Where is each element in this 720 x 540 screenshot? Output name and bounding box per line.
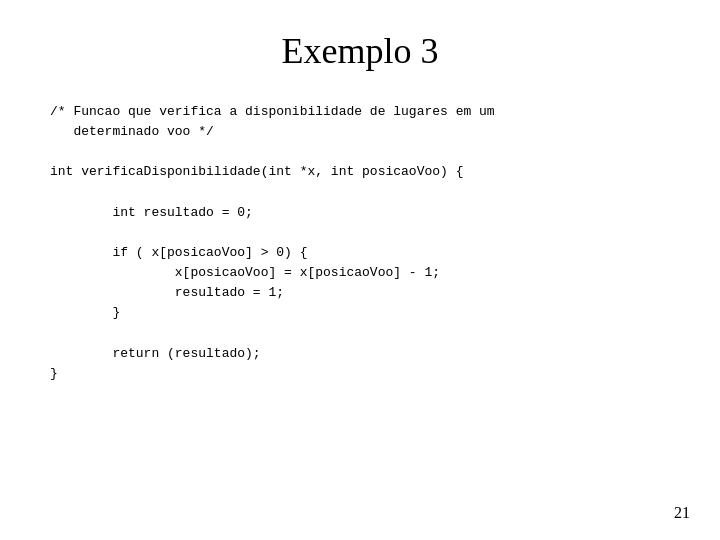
- slide-container: Exemplo 3 /* Funcao que verifica a dispo…: [0, 0, 720, 540]
- slide-title: Exemplo 3: [50, 30, 670, 72]
- code-block: /* Funcao que verifica a disponibilidade…: [50, 102, 670, 384]
- page-number: 21: [674, 504, 690, 522]
